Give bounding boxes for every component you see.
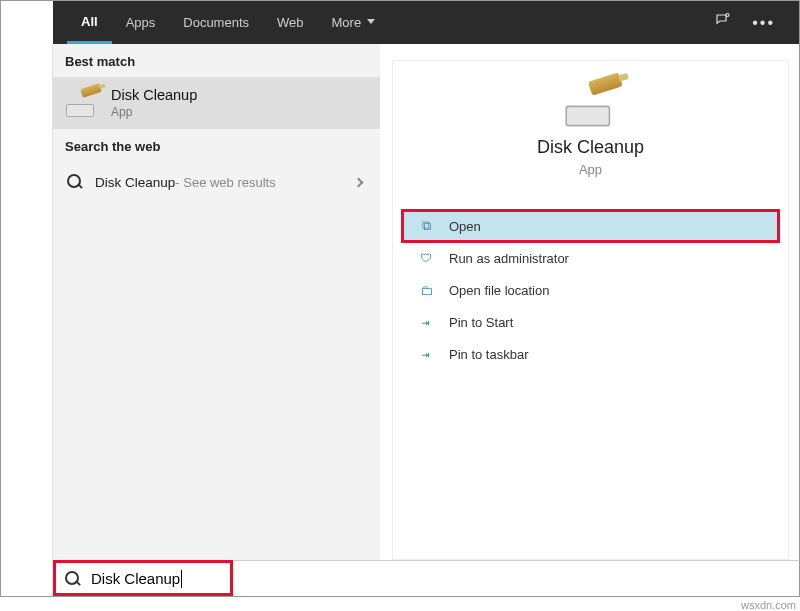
action-open-location[interactable]: Open file location [403,275,778,305]
action-open-label: Open [449,219,481,234]
pin-icon [417,314,435,330]
action-run-admin-label: Run as administrator [449,251,569,266]
more-options-icon[interactable]: ••• [752,14,775,32]
tab-web[interactable]: Web [263,1,318,44]
action-pin-taskbar[interactable]: Pin to taskbar [403,339,778,369]
disk-cleanup-icon [65,88,99,118]
search-filter-tabs: All Apps Documents Web More ••• [53,1,799,44]
section-best-match: Best match [53,44,380,77]
action-open-location-label: Open file location [449,283,549,298]
result-subtitle: App [111,105,197,119]
windows-search-window: All Apps Documents Web More ••• Best mat… [0,0,800,597]
search-results-panel: Best match Disk Cleanup App Search the w… [53,44,380,560]
tab-apps[interactable]: Apps [112,1,170,44]
search-icon [63,569,83,589]
action-pin-start-label: Pin to Start [449,315,513,330]
action-pin-taskbar-label: Pin to taskbar [449,347,529,362]
tab-more[interactable]: More [318,1,390,44]
result-title: Disk Cleanup [111,87,197,103]
watermark: wsxdn.com [741,599,796,611]
actions-list: Open Run as administrator Open file loca… [393,197,788,385]
svg-point-0 [726,14,729,17]
feedback-icon[interactable] [714,12,732,33]
left-gutter [1,44,53,596]
search-input-bar[interactable]: Disk Cleanup [53,560,798,596]
web-result-label: Disk Cleanup [95,175,175,190]
folder-icon [417,282,435,298]
chevron-down-icon [367,19,375,27]
best-match-result[interactable]: Disk Cleanup App [53,77,380,129]
details-subtitle: App [403,162,778,177]
details-panel: Disk Cleanup App Open Run as administrat… [392,60,789,560]
chevron-right-icon [354,177,364,187]
open-icon [417,218,435,234]
web-result[interactable]: Disk Cleanup - See web results [53,162,380,202]
tab-documents[interactable]: Documents [169,1,263,44]
action-open[interactable]: Open [403,211,778,241]
details-hero: Disk Cleanup App [393,61,788,197]
web-result-sub: - See web results [175,175,275,190]
search-icon [65,172,85,192]
tab-all[interactable]: All [67,1,112,44]
disk-cleanup-icon-large [563,80,617,128]
shield-icon [417,250,435,266]
search-input-value: Disk Cleanup [91,570,180,587]
action-run-admin[interactable]: Run as administrator [403,243,778,273]
pin-icon [417,346,435,362]
action-pin-start[interactable]: Pin to Start [403,307,778,337]
details-title: Disk Cleanup [403,137,778,158]
section-search-web: Search the web [53,129,380,162]
text-caret [181,570,182,588]
